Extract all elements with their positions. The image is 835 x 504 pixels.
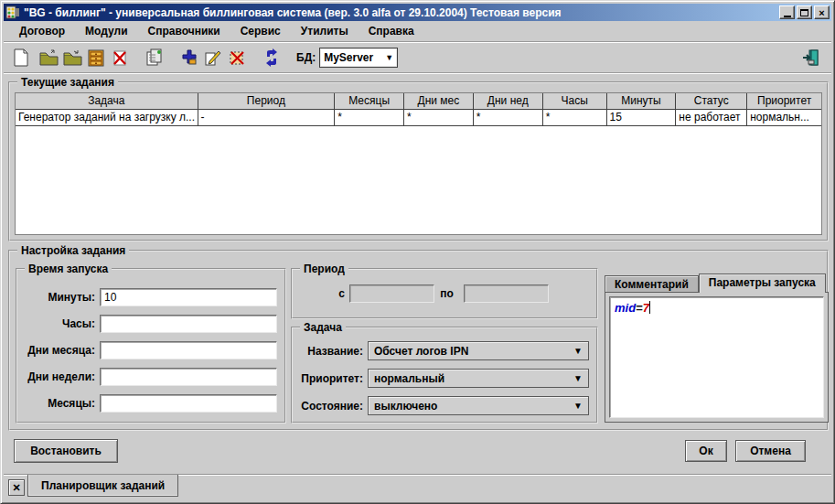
open-button[interactable] [37, 46, 60, 70]
db-label: БД: [296, 51, 316, 64]
close-tab-button[interactable]: ✕ [8, 479, 25, 496]
drawers-button[interactable] [84, 46, 108, 70]
delete-item-icon [228, 48, 246, 67]
chevron-down-icon: ▼ [573, 373, 583, 383]
open-alt-button[interactable] [60, 46, 84, 70]
task-priority-select[interactable]: нормальный ▼ [368, 369, 589, 388]
chevron-down-icon: ▼ [573, 401, 583, 411]
cell-task[interactable]: Генератор заданий на загрузку л... [16, 110, 198, 126]
col-header-monthdays[interactable]: Дни мес [404, 93, 474, 110]
delete-item-button[interactable] [225, 46, 249, 70]
cell-priority[interactable]: нормальн... [747, 110, 821, 126]
text-caret [649, 301, 650, 314]
menu-spravochniki[interactable]: Справочники [138, 22, 230, 40]
hours-input[interactable] [100, 315, 277, 333]
cell-status[interactable]: не работает [676, 110, 747, 126]
minimize-button[interactable] [779, 5, 795, 19]
week-days-input[interactable] [100, 368, 277, 386]
month-days-label: Дни месяца: [17, 344, 100, 357]
task-priority-value: нормальный [374, 372, 444, 385]
start-time-group: Время запуска Минуты: Часы: Дни месяца: … [16, 268, 286, 424]
current-tasks-group: Текущие задания Задача Период Месяцы Дни… [8, 81, 829, 241]
new-document-icon [13, 48, 29, 67]
task-name-select[interactable]: Обсчет логов IPN ▼ [368, 341, 589, 360]
col-header-status[interactable]: Статус [676, 93, 747, 110]
task-state-value: выключено [374, 400, 437, 413]
task-name-value: Обсчет логов IPN [374, 345, 468, 358]
run-params-editor[interactable]: mid=7 [609, 296, 824, 418]
tab-row: Комментарий Параметры запуска [605, 273, 829, 293]
cell-period[interactable]: - [198, 110, 336, 126]
run-params-panel: mid=7 [605, 292, 829, 423]
col-header-weekdays[interactable]: Дни нед [474, 93, 543, 110]
maximize-button[interactable] [797, 5, 812, 19]
col-header-months[interactable]: Месяцы [335, 93, 404, 110]
task-settings-group: Настройка задания Время запуска Минуты: … [8, 250, 829, 431]
task-settings-title: Настройка задания [17, 244, 129, 257]
months-label: Месяцы: [17, 397, 100, 410]
add-item-button[interactable] [177, 46, 201, 70]
cell-hours[interactable]: * [543, 110, 607, 126]
titlebar[interactable]: "BG - биллинг" - универсальная биллингов… [4, 4, 831, 21]
menu-utility[interactable]: Утилиты [291, 22, 359, 40]
copy-button[interactable] [143, 46, 166, 70]
open-folder-alt-icon [63, 49, 82, 66]
task-group: Задача Название: Обсчет логов IPN ▼ Прио… [291, 327, 598, 424]
period-from-label: с [293, 287, 349, 300]
task-name-label: Название: [293, 345, 368, 358]
minutes-input[interactable] [100, 288, 277, 306]
menu-moduli[interactable]: Модули [75, 22, 137, 40]
application-window: "BG - биллинг" - универсальная биллингов… [0, 0, 835, 504]
refresh-button[interactable] [260, 46, 284, 70]
hours-label: Часы: [17, 317, 100, 330]
minimize-icon [784, 16, 791, 17]
col-header-priority[interactable]: Приоритет [747, 93, 821, 110]
chevron-down-icon: ▼ [573, 346, 583, 356]
cancel-button[interactable]: Отмена [735, 440, 806, 462]
menu-dogovor[interactable]: Договор [9, 22, 75, 40]
editor-token-equals: = [636, 301, 643, 315]
current-tasks-title: Текущие задания [17, 76, 118, 89]
close-icon: ✕ [12, 482, 20, 494]
params-tabs: Комментарий Параметры запуска mid=7 [605, 273, 829, 424]
restore-button[interactable]: Востановить [14, 439, 118, 463]
col-header-hours[interactable]: Часы [543, 93, 607, 110]
edit-item-button[interactable] [201, 46, 225, 70]
menu-spravka[interactable]: Справка [359, 22, 424, 40]
menu-servis[interactable]: Сервис [230, 22, 291, 40]
ok-button[interactable]: Ок [685, 440, 727, 462]
week-days-label: Дни недели: [17, 370, 100, 383]
close-icon: × [819, 8, 824, 17]
task-state-select[interactable]: выключено ▼ [368, 396, 589, 415]
tab-run-params[interactable]: Параметры запуска [699, 273, 826, 293]
editor-token-value: 7 [643, 301, 649, 315]
month-days-input[interactable] [100, 341, 277, 359]
db-select[interactable]: MyServer ▼ [319, 48, 398, 68]
menubar: Договор Модули Справочники Сервис Утилит… [4, 21, 831, 42]
cell-months[interactable]: * [335, 110, 404, 126]
col-header-task[interactable]: Задача [16, 93, 198, 110]
exit-icon [801, 48, 819, 67]
cell-monthdays[interactable]: * [404, 110, 474, 126]
tab-comment[interactable]: Комментарий [605, 275, 699, 293]
task-title: Задача [300, 321, 346, 334]
editor-token-identifier: mid [615, 301, 636, 315]
period-from-input[interactable] [349, 284, 434, 303]
new-document-button[interactable] [9, 46, 33, 70]
minutes-label: Минуты: [17, 291, 100, 304]
close-button[interactable]: × [814, 5, 830, 19]
maximize-icon [800, 9, 808, 16]
cell-weekdays[interactable]: * [474, 110, 543, 126]
drawers-icon [88, 49, 104, 67]
delete-document-button[interactable] [108, 46, 132, 70]
cell-minutes[interactable]: 15 [607, 110, 677, 126]
tab-scheduler[interactable]: Планировщик заданий [27, 475, 178, 497]
period-to-input[interactable] [464, 284, 549, 303]
refresh-icon [264, 48, 279, 67]
period-title: Период [300, 263, 348, 275]
col-header-period[interactable]: Период [198, 93, 336, 110]
exit-button[interactable] [798, 46, 822, 70]
table-row[interactable]: Генератор заданий на загрузку л... - * *… [16, 110, 821, 126]
col-header-minutes[interactable]: Минуты [607, 93, 677, 110]
months-input[interactable] [100, 394, 277, 413]
